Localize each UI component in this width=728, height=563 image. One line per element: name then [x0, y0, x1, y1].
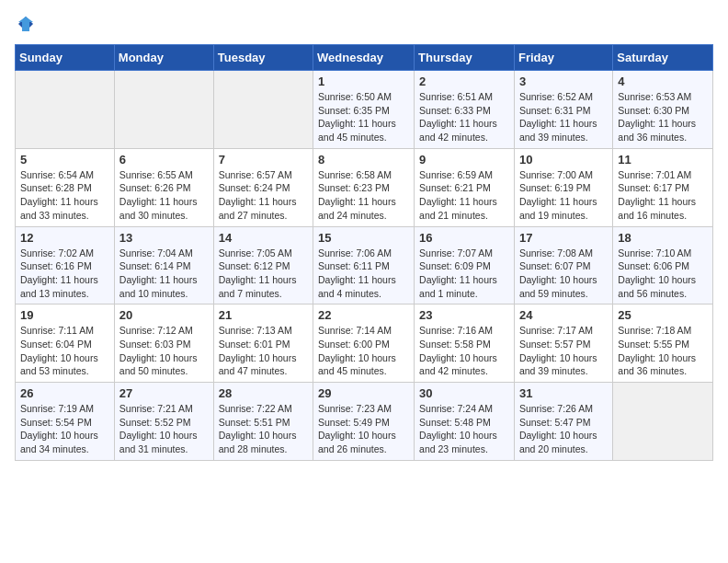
- day-number: 29: [318, 386, 409, 400]
- day-info: Sunrise: 7:07 AM Sunset: 6:09 PM Dayligh…: [419, 247, 509, 301]
- calendar-cell: 14Sunrise: 7:05 AM Sunset: 6:12 PM Dayli…: [213, 226, 313, 304]
- day-info: Sunrise: 6:59 AM Sunset: 6:21 PM Dayligh…: [419, 168, 509, 223]
- calendar-cell: 12Sunrise: 7:02 AM Sunset: 6:16 PM Dayli…: [16, 226, 115, 304]
- calendar-cell: 8Sunrise: 6:58 AM Sunset: 6:23 PM Daylig…: [313, 148, 415, 226]
- day-number: 1: [318, 75, 409, 88]
- day-number: 3: [519, 75, 608, 88]
- day-number: 10: [519, 153, 608, 167]
- day-info: Sunrise: 7:14 AM Sunset: 6:00 PM Dayligh…: [318, 324, 409, 378]
- day-number: 23: [419, 308, 509, 322]
- day-info: Sunrise: 7:18 AM Sunset: 5:55 PM Dayligh…: [618, 324, 708, 378]
- weekday-header: Wednesday: [313, 45, 415, 71]
- calendar-cell: [114, 71, 213, 149]
- day-number: 16: [419, 231, 509, 245]
- calendar-cell: 11Sunrise: 7:01 AM Sunset: 6:17 PM Dayli…: [613, 148, 713, 226]
- calendar-cell: [213, 71, 313, 149]
- day-number: 6: [119, 153, 209, 167]
- calendar-cell: 1Sunrise: 6:50 AM Sunset: 6:35 PM Daylig…: [313, 71, 415, 149]
- day-number: 22: [318, 308, 409, 322]
- day-info: Sunrise: 6:54 AM Sunset: 6:28 PM Dayligh…: [20, 168, 109, 223]
- calendar-cell: 27Sunrise: 7:21 AM Sunset: 5:52 PM Dayli…: [114, 383, 213, 461]
- day-info: Sunrise: 7:01 AM Sunset: 6:17 PM Dayligh…: [618, 168, 708, 223]
- calendar-cell: [613, 383, 713, 461]
- calendar-cell: 13Sunrise: 7:04 AM Sunset: 6:14 PM Dayli…: [114, 226, 213, 304]
- day-info: Sunrise: 7:26 AM Sunset: 5:47 PM Dayligh…: [519, 402, 608, 456]
- day-number: 19: [20, 308, 109, 322]
- day-number: 26: [20, 386, 109, 400]
- calendar-cell: 21Sunrise: 7:13 AM Sunset: 6:01 PM Dayli…: [213, 304, 313, 383]
- day-info: Sunrise: 7:11 AM Sunset: 6:04 PM Dayligh…: [20, 324, 109, 378]
- calendar-week-row: 1Sunrise: 6:50 AM Sunset: 6:35 PM Daylig…: [16, 71, 713, 149]
- day-number: 7: [219, 153, 308, 167]
- page-header: [15, 15, 713, 33]
- calendar-cell: 22Sunrise: 7:14 AM Sunset: 6:00 PM Dayli…: [313, 304, 415, 383]
- day-info: Sunrise: 7:05 AM Sunset: 6:12 PM Dayligh…: [219, 247, 308, 301]
- day-info: Sunrise: 6:58 AM Sunset: 6:23 PM Dayligh…: [318, 168, 409, 223]
- day-info: Sunrise: 7:19 AM Sunset: 5:54 PM Dayligh…: [20, 402, 109, 456]
- calendar-cell: 17Sunrise: 7:08 AM Sunset: 6:07 PM Dayli…: [514, 226, 612, 304]
- day-info: Sunrise: 7:04 AM Sunset: 6:14 PM Dayligh…: [119, 247, 209, 301]
- day-number: 12: [20, 231, 109, 245]
- day-info: Sunrise: 6:50 AM Sunset: 6:35 PM Dayligh…: [318, 90, 409, 144]
- weekday-header: Friday: [514, 45, 612, 71]
- weekday-header: Monday: [114, 45, 213, 71]
- day-info: Sunrise: 7:00 AM Sunset: 6:19 PM Dayligh…: [519, 168, 608, 223]
- day-info: Sunrise: 7:06 AM Sunset: 6:11 PM Dayligh…: [318, 247, 409, 301]
- calendar-cell: 15Sunrise: 7:06 AM Sunset: 6:11 PM Dayli…: [313, 226, 415, 304]
- calendar-cell: 20Sunrise: 7:12 AM Sunset: 6:03 PM Dayli…: [114, 304, 213, 383]
- day-number: 28: [219, 386, 308, 400]
- day-info: Sunrise: 7:08 AM Sunset: 6:07 PM Dayligh…: [519, 247, 608, 301]
- day-info: Sunrise: 6:52 AM Sunset: 6:31 PM Dayligh…: [519, 90, 608, 144]
- calendar-cell: 18Sunrise: 7:10 AM Sunset: 6:06 PM Dayli…: [613, 226, 713, 304]
- day-number: 11: [618, 153, 708, 167]
- day-number: 20: [119, 308, 209, 322]
- day-info: Sunrise: 6:53 AM Sunset: 6:30 PM Dayligh…: [618, 90, 708, 144]
- calendar-cell: 16Sunrise: 7:07 AM Sunset: 6:09 PM Dayli…: [415, 226, 515, 304]
- day-info: Sunrise: 7:13 AM Sunset: 6:01 PM Dayligh…: [219, 324, 308, 378]
- day-info: Sunrise: 7:10 AM Sunset: 6:06 PM Dayligh…: [618, 247, 708, 301]
- day-number: 27: [119, 386, 209, 400]
- logo-icon: [17, 15, 35, 33]
- calendar-cell: 24Sunrise: 7:17 AM Sunset: 5:57 PM Dayli…: [514, 304, 612, 383]
- weekday-header: Saturday: [613, 45, 713, 71]
- day-info: Sunrise: 7:16 AM Sunset: 5:58 PM Dayligh…: [419, 324, 509, 378]
- weekday-header: Tuesday: [213, 45, 313, 71]
- calendar-cell: 19Sunrise: 7:11 AM Sunset: 6:04 PM Dayli…: [16, 304, 115, 383]
- day-number: 18: [618, 231, 708, 245]
- day-info: Sunrise: 7:21 AM Sunset: 5:52 PM Dayligh…: [119, 402, 209, 456]
- calendar-cell: 26Sunrise: 7:19 AM Sunset: 5:54 PM Dayli…: [16, 383, 115, 461]
- day-number: 9: [419, 153, 509, 167]
- day-info: Sunrise: 7:17 AM Sunset: 5:57 PM Dayligh…: [519, 324, 608, 378]
- calendar-cell: 7Sunrise: 6:57 AM Sunset: 6:24 PM Daylig…: [213, 148, 313, 226]
- calendar-cell: 25Sunrise: 7:18 AM Sunset: 5:55 PM Dayli…: [613, 304, 713, 383]
- day-number: 2: [419, 75, 509, 88]
- calendar-cell: 5Sunrise: 6:54 AM Sunset: 6:28 PM Daylig…: [16, 148, 115, 226]
- calendar-week-row: 12Sunrise: 7:02 AM Sunset: 6:16 PM Dayli…: [16, 226, 713, 304]
- day-number: 17: [519, 231, 608, 245]
- calendar-header-row: SundayMondayTuesdayWednesdayThursdayFrid…: [16, 45, 713, 71]
- day-info: Sunrise: 7:02 AM Sunset: 6:16 PM Dayligh…: [20, 247, 109, 301]
- day-number: 15: [318, 231, 409, 245]
- weekday-header: Sunday: [16, 45, 115, 71]
- day-info: Sunrise: 6:51 AM Sunset: 6:33 PM Dayligh…: [419, 90, 509, 144]
- day-info: Sunrise: 7:23 AM Sunset: 5:49 PM Dayligh…: [318, 402, 409, 456]
- calendar-table: SundayMondayTuesdayWednesdayThursdayFrid…: [15, 44, 713, 461]
- day-number: 24: [519, 308, 608, 322]
- day-info: Sunrise: 6:57 AM Sunset: 6:24 PM Dayligh…: [219, 168, 308, 223]
- day-number: 21: [219, 308, 308, 322]
- day-number: 4: [618, 75, 708, 88]
- day-info: Sunrise: 6:55 AM Sunset: 6:26 PM Dayligh…: [119, 168, 209, 223]
- calendar-week-row: 19Sunrise: 7:11 AM Sunset: 6:04 PM Dayli…: [16, 304, 713, 383]
- day-number: 13: [119, 231, 209, 245]
- calendar-cell: [16, 71, 115, 149]
- day-number: 30: [419, 386, 509, 400]
- calendar-cell: 31Sunrise: 7:26 AM Sunset: 5:47 PM Dayli…: [514, 383, 612, 461]
- calendar-week-row: 5Sunrise: 6:54 AM Sunset: 6:28 PM Daylig…: [16, 148, 713, 226]
- calendar-cell: 4Sunrise: 6:53 AM Sunset: 6:30 PM Daylig…: [613, 71, 713, 149]
- calendar-cell: 28Sunrise: 7:22 AM Sunset: 5:51 PM Dayli…: [213, 383, 313, 461]
- calendar-cell: 2Sunrise: 6:51 AM Sunset: 6:33 PM Daylig…: [415, 71, 515, 149]
- day-number: 14: [219, 231, 308, 245]
- logo: [15, 15, 35, 33]
- calendar-cell: 6Sunrise: 6:55 AM Sunset: 6:26 PM Daylig…: [114, 148, 213, 226]
- calendar-cell: 30Sunrise: 7:24 AM Sunset: 5:48 PM Dayli…: [415, 383, 515, 461]
